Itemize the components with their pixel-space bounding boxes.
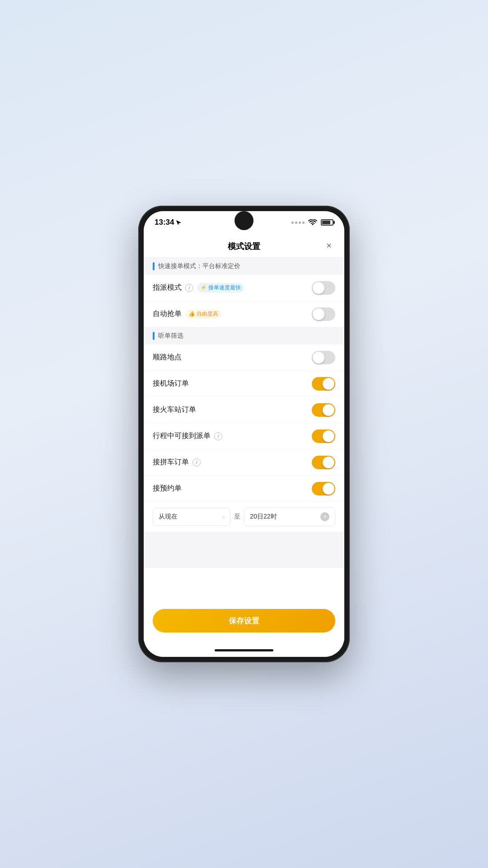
auto-grab-badge: 👍 自由度高 bbox=[185, 309, 221, 319]
save-button-container: 保存设置 bbox=[144, 602, 344, 643]
carpool-row: 接拼车订单 i bbox=[144, 449, 344, 476]
section-title-filter: 听单筛选 bbox=[158, 332, 183, 340]
dispatch-mode-label: 指派模式 bbox=[153, 283, 182, 292]
waypoint-label: 顺路地点 bbox=[153, 353, 182, 362]
airport-toggle[interactable] bbox=[312, 377, 335, 391]
home-indicator bbox=[144, 643, 344, 657]
header: 模式设置 × bbox=[144, 234, 344, 258]
auto-grab-toggle[interactable] bbox=[312, 307, 335, 321]
notch bbox=[235, 211, 253, 230]
train-station-row: 接火车站订单 bbox=[144, 397, 344, 423]
auto-grab-row: 自动抢单 👍 自由度高 bbox=[144, 301, 344, 327]
status-right bbox=[291, 219, 333, 226]
battery-icon bbox=[321, 219, 333, 226]
dispatch-mode-row: 指派模式 i ⚡ 接单速度最快 bbox=[144, 275, 344, 301]
pre-order-toggle[interactable] bbox=[312, 482, 335, 495]
waypoint-toggle[interactable] bbox=[312, 351, 335, 364]
dispatch-info-icon[interactable]: i bbox=[185, 284, 193, 292]
signal-icon bbox=[291, 222, 305, 224]
status-time: 13:34 bbox=[155, 218, 182, 227]
phone-screen: 13:34 bbox=[144, 211, 344, 657]
train-station-label: 接火车站订单 bbox=[153, 405, 196, 415]
pre-order-row: 接预约单 bbox=[144, 476, 344, 502]
scroll-content[interactable]: 快速接单模式：平台标准定价 指派模式 i ⚡ 接单速度最快 bbox=[144, 258, 344, 602]
section-title-fast: 快速接单模式：平台标准定价 bbox=[158, 262, 240, 270]
train-station-toggle[interactable] bbox=[312, 403, 335, 417]
to-date-text: 20日22时 bbox=[250, 513, 277, 521]
to-date-picker[interactable]: 20日22时 × bbox=[244, 507, 335, 526]
close-button[interactable]: × bbox=[323, 239, 335, 252]
pre-order-label: 接预约单 bbox=[153, 484, 182, 493]
carpool-toggle[interactable] bbox=[312, 456, 335, 469]
enroute-row: 行程中可接到派单 i bbox=[144, 423, 344, 449]
phone-frame: 13:34 bbox=[138, 206, 350, 662]
date-range-row: 从现在 › 至 20日22时 × bbox=[144, 502, 344, 532]
section-order-filter: 听单筛选 bbox=[144, 327, 344, 344]
dispatch-badge: ⚡ 接单速度最快 bbox=[197, 283, 244, 292]
enroute-toggle[interactable] bbox=[312, 429, 335, 443]
app-content: 模式设置 × 快速接单模式：平台标准定价 指派模式 i ⚡ 接单速度最快 bbox=[144, 234, 344, 657]
enroute-label: 行程中可接到派单 bbox=[153, 431, 211, 441]
wifi-icon bbox=[308, 219, 317, 226]
auto-grab-label: 自动抢单 bbox=[153, 309, 182, 319]
section-indicator bbox=[153, 262, 155, 270]
dispatch-mode-toggle[interactable] bbox=[312, 281, 335, 295]
save-settings-button[interactable]: 保存设置 bbox=[153, 609, 335, 632]
waypoint-row: 顺路地点 bbox=[144, 344, 344, 371]
enroute-info-icon[interactable]: i bbox=[214, 432, 222, 440]
section-indicator-2 bbox=[153, 332, 155, 340]
airport-row: 接机场订单 bbox=[144, 371, 344, 397]
carpool-label: 接拼车订单 bbox=[153, 458, 189, 467]
time-display: 13:34 bbox=[155, 218, 174, 227]
section-fast-order: 快速接单模式：平台标准定价 bbox=[144, 258, 344, 275]
from-date-text: 从现在 bbox=[159, 513, 178, 521]
carpool-info-icon[interactable]: i bbox=[192, 458, 201, 467]
home-bar bbox=[215, 649, 273, 651]
airport-label: 接机场订单 bbox=[153, 379, 189, 388]
date-separator: 至 bbox=[234, 513, 240, 521]
page-title: 模式设置 bbox=[228, 241, 260, 252]
clear-date-button[interactable]: × bbox=[320, 512, 329, 521]
content-spacer bbox=[144, 532, 344, 568]
location-arrow-icon bbox=[176, 220, 182, 226]
arrow-right-icon: › bbox=[223, 513, 225, 520]
from-date-picker[interactable]: 从现在 › bbox=[153, 508, 230, 526]
